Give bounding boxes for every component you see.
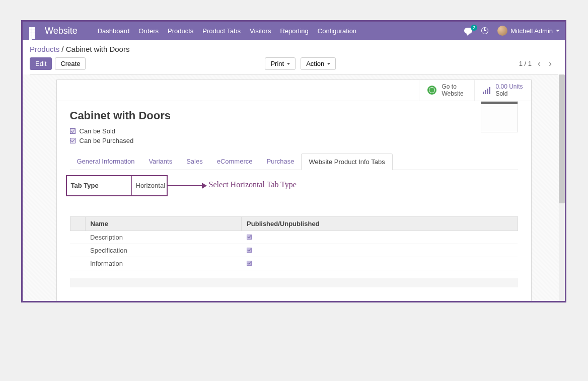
annotation-text: Select Horizontal Tab Type [209,180,297,189]
globe-icon [427,86,436,95]
table-row[interactable]: Specification [70,244,518,257]
create-button[interactable]: Create [55,57,86,70]
action-button[interactable]: Action [301,57,336,70]
table-footer [70,278,518,287]
edit-button[interactable]: Edit [30,57,52,70]
nav-reporting[interactable]: Reporting [280,27,308,35]
tab-type-label: Tab Type [67,182,131,189]
nav-menu: Dashboard Orders Products Product Tabs V… [98,27,356,35]
tab-type-value[interactable]: Horizontal [132,182,166,189]
tab-general-information[interactable]: General Information [70,154,142,170]
tab-variants[interactable]: Variants [141,154,179,170]
breadcrumb: Products / Cabinet with Doors [30,45,558,53]
chevron-down-icon [327,63,330,65]
nav-product-tabs[interactable]: Product Tabs [202,27,241,35]
pager-next[interactable]: › [547,58,554,69]
pager: 1 / 1 ‹ › [519,58,554,69]
col-name: Name [85,216,242,231]
messages-icon[interactable]: 2 [464,28,472,34]
published-checkbox[interactable] [247,248,252,253]
app-window: Website Dashboard Orders Products Produc… [21,20,566,302]
nav-visitors[interactable]: Visitors [250,27,271,35]
tab-sales[interactable]: Sales [179,154,210,170]
nav-configuration[interactable]: Configuration [318,27,356,35]
top-nav: Website Dashboard Orders Products Produc… [23,22,565,40]
published-checkbox[interactable] [247,235,252,240]
apps-icon[interactable] [28,26,38,36]
scrollbar-thumb[interactable] [559,74,565,203]
tab-type-field: Tab Type Horizontal [66,175,168,196]
col-published: Published/Unpublished [242,216,518,231]
activity-icon[interactable] [481,27,488,34]
nav-products[interactable]: Products [168,27,193,35]
annotation-arrow [168,185,205,186]
app-brand[interactable]: Website [45,26,78,36]
chevron-down-icon [556,30,560,32]
tab-website-product-info-tabs[interactable]: Website Product Info Tabs [301,154,392,170]
published-checkbox[interactable] [247,261,252,266]
product-title: Cabinet with Doors [70,109,518,122]
print-button[interactable]: Print [265,57,296,70]
chevron-down-icon [287,63,290,65]
table-row[interactable]: Description [70,231,518,244]
tab-purchase[interactable]: Purchase [259,154,301,170]
table-row[interactable]: Information [70,257,518,270]
control-panel: Products / Cabinet with Doors Edit Creat… [23,40,565,74]
go-to-website-button[interactable]: Go toWebsite [419,80,474,101]
tab-ecommerce[interactable]: eCommerce [210,154,260,170]
form-sheet: Go toWebsite 0.00 UnitsSold Cabinet with… [56,80,532,302]
product-image[interactable] [481,101,518,132]
info-tabs-table: Name Published/Unpublished Description S… [70,216,518,270]
can-be-purchased-checkbox[interactable] [70,138,76,143]
pager-text: 1 / 1 [519,60,532,67]
product-tabs: General Information Variants Sales eComm… [70,154,518,170]
can-be-sold-checkbox[interactable] [70,128,76,134]
user-name: Mitchell Admin [510,27,553,35]
breadcrumb-current: Cabinet with Doors [66,45,130,53]
avatar [497,26,507,36]
breadcrumb-parent[interactable]: Products [30,45,59,53]
nav-orders[interactable]: Orders [138,27,159,35]
pager-prev[interactable]: ‹ [536,58,543,69]
units-sold-stat[interactable]: 0.00 UnitsSold [474,80,531,101]
messages-badge: 2 [471,25,477,31]
user-menu[interactable]: Mitchell Admin [497,26,560,36]
bars-icon [483,86,490,94]
nav-dashboard[interactable]: Dashboard [98,27,130,35]
